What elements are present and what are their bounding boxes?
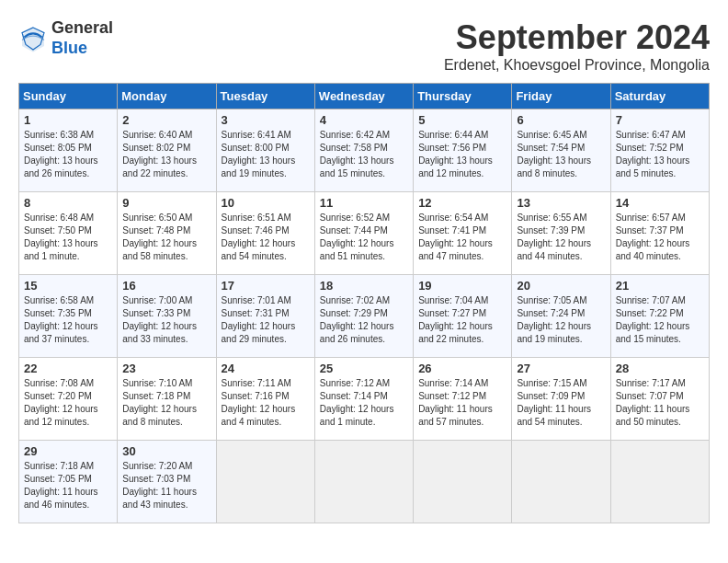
day-info: Sunrise: 7:20 AM Sunset: 7:03 PM Dayligh…: [122, 460, 210, 511]
calendar-cell: 22 Sunrise: 7:08 AM Sunset: 7:20 PM Dayl…: [19, 358, 118, 441]
weekday-header: Monday: [118, 84, 216, 109]
day-number: 21: [616, 279, 704, 293]
weekday-header: Wednesday: [314, 84, 413, 109]
day-info: Sunrise: 7:18 AM Sunset: 7:05 PM Dayligh…: [24, 460, 112, 511]
title-area: September 2024 Erdenet, Khoevsgoel Provi…: [444, 18, 710, 74]
header: General Blue September 2024 Erdenet, Kho…: [18, 18, 710, 74]
day-info: Sunrise: 7:14 AM Sunset: 7:12 PM Dayligh…: [418, 377, 506, 429]
calendar-cell: 24 Sunrise: 7:11 AM Sunset: 7:16 PM Dayl…: [216, 358, 314, 441]
calendar-cell: 28 Sunrise: 7:17 AM Sunset: 7:07 PM Dayl…: [610, 358, 709, 441]
day-number: 29: [24, 444, 112, 458]
calendar-cell: 6 Sunrise: 6:45 AM Sunset: 7:54 PM Dayli…: [512, 109, 610, 192]
calendar-cell: 20 Sunrise: 7:05 AM Sunset: 7:24 PM Dayl…: [512, 275, 610, 358]
calendar-week-row: 1 Sunrise: 6:38 AM Sunset: 8:05 PM Dayli…: [19, 109, 710, 192]
day-info: Sunrise: 7:04 AM Sunset: 7:27 PM Dayligh…: [418, 294, 506, 346]
calendar-cell: 8 Sunrise: 6:48 AM Sunset: 7:50 PM Dayli…: [19, 192, 118, 275]
day-number: 9: [122, 196, 210, 210]
calendar-cell: 10 Sunrise: 6:51 AM Sunset: 7:46 PM Dayl…: [216, 192, 314, 275]
day-number: 22: [24, 362, 112, 375]
day-info: Sunrise: 7:05 AM Sunset: 7:24 PM Dayligh…: [517, 294, 605, 346]
weekday-header: Sunday: [19, 84, 118, 109]
day-number: 1: [24, 113, 112, 127]
day-info: Sunrise: 6:51 AM Sunset: 7:46 PM Dayligh…: [222, 212, 310, 263]
calendar-cell: [610, 441, 709, 523]
logo-icon: [18, 24, 48, 53]
calendar-cell: 5 Sunrise: 6:44 AM Sunset: 7:56 PM Dayli…: [414, 109, 512, 192]
day-number: 23: [122, 362, 210, 375]
calendar-cell: [414, 441, 512, 523]
day-number: 14: [616, 196, 704, 210]
calendar-cell: 14 Sunrise: 6:57 AM Sunset: 7:37 PM Dayl…: [610, 192, 709, 275]
day-number: 12: [418, 196, 506, 210]
calendar-body: 1 Sunrise: 6:38 AM Sunset: 8:05 PM Dayli…: [19, 109, 710, 523]
day-info: Sunrise: 6:47 AM Sunset: 7:52 PM Dayligh…: [616, 129, 704, 180]
day-info: Sunrise: 7:17 AM Sunset: 7:07 PM Dayligh…: [616, 377, 704, 429]
logo-text: General Blue: [51, 18, 113, 58]
day-info: Sunrise: 6:42 AM Sunset: 7:58 PM Dayligh…: [320, 129, 408, 180]
weekday-header: Thursday: [414, 84, 512, 109]
calendar-week-row: 8 Sunrise: 6:48 AM Sunset: 7:50 PM Dayli…: [19, 192, 710, 275]
calendar-cell: 7 Sunrise: 6:47 AM Sunset: 7:52 PM Dayli…: [610, 109, 709, 192]
location-title: Erdenet, Khoevsgoel Province, Mongolia: [444, 57, 710, 74]
day-info: Sunrise: 7:00 AM Sunset: 7:33 PM Dayligh…: [122, 294, 210, 346]
logo: General Blue: [18, 18, 113, 58]
calendar-cell: [216, 441, 314, 523]
calendar-cell: 1 Sunrise: 6:38 AM Sunset: 8:05 PM Dayli…: [19, 109, 118, 192]
calendar-cell: 30 Sunrise: 7:20 AM Sunset: 7:03 PM Dayl…: [118, 441, 216, 523]
calendar-cell: 17 Sunrise: 7:01 AM Sunset: 7:31 PM Dayl…: [216, 275, 314, 358]
calendar-cell: 27 Sunrise: 7:15 AM Sunset: 7:09 PM Dayl…: [512, 358, 610, 441]
day-info: Sunrise: 6:52 AM Sunset: 7:44 PM Dayligh…: [320, 212, 408, 263]
calendar-cell: 23 Sunrise: 7:10 AM Sunset: 7:18 PM Dayl…: [118, 358, 216, 441]
logo-blue: Blue: [51, 39, 113, 59]
calendar-cell: 21 Sunrise: 7:07 AM Sunset: 7:22 PM Dayl…: [610, 275, 709, 358]
weekday-header: Saturday: [610, 84, 709, 109]
calendar-cell: 4 Sunrise: 6:42 AM Sunset: 7:58 PM Dayli…: [314, 109, 413, 192]
day-info: Sunrise: 7:01 AM Sunset: 7:31 PM Dayligh…: [222, 294, 310, 346]
calendar-week-row: 29 Sunrise: 7:18 AM Sunset: 7:05 PM Dayl…: [19, 441, 710, 523]
day-number: 5: [418, 113, 506, 127]
calendar-week-row: 22 Sunrise: 7:08 AM Sunset: 7:20 PM Dayl…: [19, 358, 710, 441]
day-info: Sunrise: 7:08 AM Sunset: 7:20 PM Dayligh…: [24, 377, 112, 429]
calendar-cell: 16 Sunrise: 7:00 AM Sunset: 7:33 PM Dayl…: [118, 275, 216, 358]
calendar-cell: 11 Sunrise: 6:52 AM Sunset: 7:44 PM Dayl…: [314, 192, 413, 275]
calendar-cell: 13 Sunrise: 6:55 AM Sunset: 7:39 PM Dayl…: [512, 192, 610, 275]
day-number: 3: [222, 113, 310, 127]
day-info: Sunrise: 6:38 AM Sunset: 8:05 PM Dayligh…: [24, 129, 112, 180]
day-number: 6: [517, 113, 605, 127]
day-number: 20: [517, 279, 605, 293]
day-number: 11: [320, 196, 408, 210]
day-info: Sunrise: 6:44 AM Sunset: 7:56 PM Dayligh…: [418, 129, 506, 180]
calendar-header: SundayMondayTuesdayWednesdayThursdayFrid…: [19, 84, 710, 109]
day-number: 10: [222, 196, 310, 210]
weekday-header: Tuesday: [216, 84, 314, 109]
weekday-header: Friday: [512, 84, 610, 109]
calendar-cell: 15 Sunrise: 6:58 AM Sunset: 7:35 PM Dayl…: [19, 275, 118, 358]
day-number: 4: [320, 113, 408, 127]
day-number: 24: [222, 362, 310, 375]
day-number: 2: [122, 113, 210, 127]
day-info: Sunrise: 6:40 AM Sunset: 8:02 PM Dayligh…: [122, 129, 210, 180]
day-number: 25: [320, 362, 408, 375]
weekday-row: SundayMondayTuesdayWednesdayThursdayFrid…: [19, 84, 710, 109]
calendar-cell: [314, 441, 413, 523]
day-info: Sunrise: 7:07 AM Sunset: 7:22 PM Dayligh…: [616, 294, 704, 346]
day-number: 7: [616, 113, 704, 127]
month-title: September 2024: [444, 18, 710, 57]
day-info: Sunrise: 6:50 AM Sunset: 7:48 PM Dayligh…: [122, 212, 210, 263]
calendar-cell: 12 Sunrise: 6:54 AM Sunset: 7:41 PM Dayl…: [414, 192, 512, 275]
day-info: Sunrise: 7:02 AM Sunset: 7:29 PM Dayligh…: [320, 294, 408, 346]
day-number: 28: [616, 362, 704, 375]
calendar-cell: 29 Sunrise: 7:18 AM Sunset: 7:05 PM Dayl…: [19, 441, 118, 523]
logo-general: General: [51, 18, 113, 39]
calendar-cell: 18 Sunrise: 7:02 AM Sunset: 7:29 PM Dayl…: [314, 275, 413, 358]
day-number: 18: [320, 279, 408, 293]
day-info: Sunrise: 6:55 AM Sunset: 7:39 PM Dayligh…: [517, 212, 605, 263]
day-number: 8: [24, 196, 112, 210]
day-info: Sunrise: 7:15 AM Sunset: 7:09 PM Dayligh…: [517, 377, 605, 429]
day-info: Sunrise: 6:54 AM Sunset: 7:41 PM Dayligh…: [418, 212, 506, 263]
day-number: 16: [122, 279, 210, 293]
day-number: 19: [418, 279, 506, 293]
calendar-cell: 2 Sunrise: 6:40 AM Sunset: 8:02 PM Dayli…: [118, 109, 216, 192]
day-info: Sunrise: 6:41 AM Sunset: 8:00 PM Dayligh…: [222, 129, 310, 180]
day-info: Sunrise: 7:11 AM Sunset: 7:16 PM Dayligh…: [222, 377, 310, 429]
